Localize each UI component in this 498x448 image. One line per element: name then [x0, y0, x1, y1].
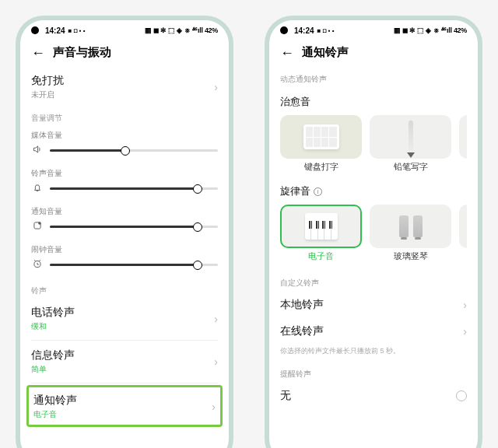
row-call-ringtone[interactable]: 电话铃声 缓和 › [31, 299, 218, 338]
row-local-ringtone[interactable]: 本地铃声 › [280, 292, 467, 318]
nav-bar: ← 通知铃声 [269, 40, 478, 68]
chevron-right-icon: › [214, 313, 218, 325]
screen-right: 14:24 ■ ◘ ▪ • ▦ ◼ ✻ ⬚ ◈ ⨳ ⁴⁶ıll 42% ← 通知… [269, 20, 478, 448]
status-indicators: ▦ ◼ ✻ ⬚ ◈ ⨳ ⁴⁶ıll 42% [145, 26, 218, 34]
phone-left: 14:24 ■ ◘ ▪ • ▦ ◼ ✻ ⬚ ◈ ⨳ ⁴⁶ıll 42% ← 声音… [16, 16, 233, 448]
page-title: 声音与振动 [53, 45, 111, 60]
piano-icon [305, 213, 338, 240]
notification-icon [31, 220, 44, 233]
tile-electronic[interactable]: 电子音 [280, 205, 362, 262]
ringtone-hint: 你选择的铃声文件最长只播放前 5 秒。 [280, 345, 467, 362]
highlighted-selection: 通知铃声 电子音 › [26, 385, 223, 427]
section-volume: 音量调节 [31, 107, 218, 127]
status-time: 14:24 [294, 26, 314, 35]
section-dynamic: 动态通知铃声 [280, 68, 467, 88]
tile-overflow[interactable] [459, 115, 467, 173]
bell-icon [31, 182, 44, 195]
dnd-label: 免打扰 [31, 74, 64, 88]
row-sms-ringtone[interactable]: 信息铃声 简单 › [31, 342, 218, 381]
chevron-right-icon: › [214, 355, 218, 368]
status-bar: 14:24 ■ ◘ ▪ • ▦ ◼ ✻ ⬚ ◈ ⨳ ⁴⁶ıll 42% [269, 20, 478, 40]
section-custom: 自定义铃声 [280, 267, 467, 292]
volume-icon [31, 144, 44, 157]
info-icon[interactable]: i [314, 187, 322, 196]
chevron-right-icon: › [214, 81, 218, 93]
svg-point-1 [38, 222, 41, 225]
screen-left: 14:24 ■ ◘ ▪ • ▦ ◼ ✻ ⬚ ◈ ⨳ ⁴⁶ıll 42% ← 声音… [20, 20, 229, 448]
healing-title: 治愈音 [280, 88, 467, 112]
nav-bar: ← 声音与振动 [20, 40, 229, 68]
tile-glass-harp[interactable]: 玻璃竖琴 [370, 205, 451, 262]
pencil-icon [409, 121, 413, 153]
phone-right: 14:24 ■ ◘ ▪ • ▦ ◼ ✻ ⬚ ◈ ⨳ ⁴⁶ıll 42% ← 通知… [265, 16, 482, 448]
melody-title: 旋律音 i [280, 177, 467, 201]
slider-ringtone[interactable]: 铃声音量 [31, 165, 218, 203]
status-bar: 14:24 ■ ◘ ▪ • ▦ ◼ ✻ ⬚ ◈ ⨳ ⁴⁶ıll 42% [20, 20, 229, 40]
chevron-right-icon: › [463, 299, 467, 311]
back-icon[interactable]: ← [280, 46, 294, 60]
row-online-ringtone[interactable]: 在线铃声 › [280, 318, 467, 345]
chevron-right-icon: › [212, 401, 216, 413]
row-none[interactable]: 无 [280, 383, 467, 409]
row-dnd[interactable]: 免打扰 未开启 › [31, 68, 218, 107]
row-notification-ringtone[interactable]: 通知铃声 电子音 › [33, 392, 216, 422]
section-remind: 提醒铃声 [280, 362, 467, 383]
status-time: 14:24 [45, 26, 65, 35]
dnd-sub: 未开启 [31, 89, 64, 100]
healing-tiles: 键盘打字 铅笔写字 [280, 112, 467, 177]
glass-icon [399, 215, 423, 237]
tile-overflow[interactable] [459, 205, 467, 262]
slider-media[interactable]: 媒体音量 [31, 127, 218, 165]
back-icon[interactable]: ← [31, 46, 45, 60]
tile-pencil[interactable]: 铅笔写字 [370, 115, 451, 173]
camera-punch-hole [31, 26, 39, 34]
status-indicators: ▦ ◼ ✻ ⬚ ◈ ⨳ ⁴⁶ıll 42% [394, 26, 467, 34]
page-title: 通知铃声 [302, 45, 349, 60]
radio-icon[interactable] [456, 390, 467, 401]
section-ringtone: 铃声 [31, 279, 218, 299]
slider-alarm[interactable]: 闹钟音量 [31, 241, 218, 279]
slider-notification[interactable]: 通知音量 [31, 203, 218, 241]
tile-keyboard[interactable]: 键盘打字 [280, 115, 362, 173]
keyboard-icon [303, 124, 339, 149]
alarm-icon [31, 258, 44, 271]
camera-punch-hole [280, 26, 288, 34]
chevron-right-icon: › [463, 325, 467, 338]
melody-tiles: 电子音 玻璃竖琴 [280, 201, 467, 267]
